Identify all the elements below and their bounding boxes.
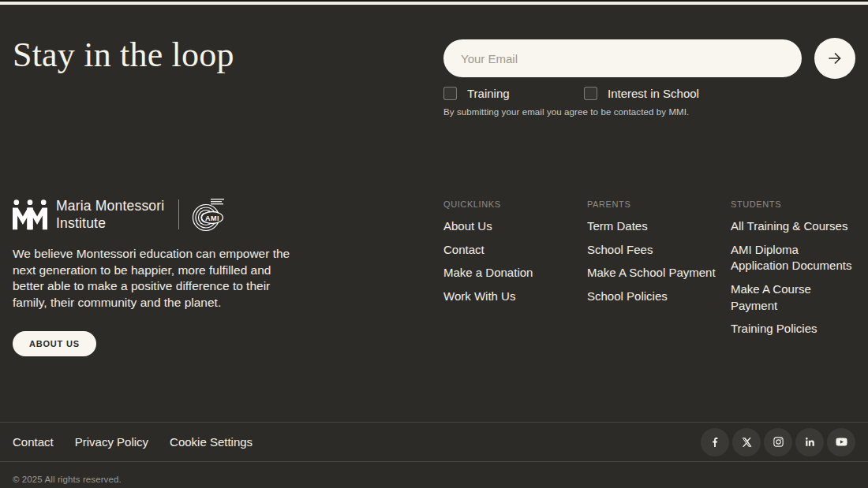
- brand-wordmark: Maria Montessori Institute: [56, 197, 164, 232]
- instagram-icon: [773, 436, 784, 448]
- bottom-link-cookie-settings[interactable]: Cookie Settings: [170, 435, 253, 449]
- brand-name-line1: Maria Montessori: [56, 197, 164, 214]
- about-us-button[interactable]: ABOUT US: [13, 331, 96, 356]
- footer-link-make-a-donation[interactable]: Make a Donation: [443, 265, 587, 281]
- newsletter-disclaimer: By submitting your email you agree to be…: [443, 107, 855, 117]
- footer-link-training-policies[interactable]: Training Policies: [731, 321, 857, 337]
- email-input[interactable]: [443, 39, 802, 77]
- bottom-link-contact[interactable]: Contact: [13, 435, 54, 449]
- social-facebook-button[interactable]: [701, 428, 729, 456]
- linkedin-icon: [804, 436, 816, 448]
- social-youtube-button[interactable]: [827, 428, 855, 456]
- checkbox-label: Interest in School: [608, 87, 699, 100]
- brand-logo-row: Maria Montessori Institute AMI: [13, 197, 443, 232]
- footer-main: Maria Montessori Institute AMI: [0, 197, 868, 356]
- footer-column-parents: PARENTS Term Dates School Fees Make A Sc…: [587, 197, 731, 345]
- newsletter-heading: Stay in the loop: [13, 38, 443, 73]
- x-twitter-icon: [741, 437, 752, 448]
- footer-bottom-bar: Contact Privacy Policy Cookie Settings: [0, 422, 868, 461]
- page-top-strip: [0, 0, 868, 5]
- footer-link-columns: QUICKLINKS About Us Contact Make a Donat…: [443, 197, 857, 345]
- logo-divider: [178, 199, 179, 229]
- ami-logo-text: AMI: [205, 214, 219, 222]
- footer-link-contact[interactable]: Contact: [443, 242, 587, 259]
- copyright-text: © 2025 All rights reserved.: [0, 461, 868, 484]
- footer-link-make-a-course-payment[interactable]: Make A Course Payment: [731, 281, 857, 314]
- footer-link-work-with-us[interactable]: Work With Us: [443, 289, 587, 305]
- brand-name-line2: Institute: [56, 214, 164, 232]
- newsletter-submit-button[interactable]: [814, 38, 855, 79]
- newsletter-section: Stay in the loop Training Interest in Sc…: [0, 38, 868, 117]
- footer-link-term-dates[interactable]: Term Dates: [587, 218, 731, 235]
- social-linkedin-button[interactable]: [795, 428, 824, 456]
- training-checkbox[interactable]: [443, 87, 457, 100]
- facebook-icon: [709, 436, 721, 449]
- footer-column-students: STUDENTS All Training & Courses AMI Dipl…: [731, 197, 857, 345]
- bottom-link-privacy-policy[interactable]: Privacy Policy: [75, 435, 148, 449]
- column-header: QUICKLINKS: [443, 199, 587, 209]
- social-x-twitter-button[interactable]: [732, 428, 761, 456]
- footer-column-quicklinks: QUICKLINKS About Us Contact Make a Donat…: [443, 197, 587, 345]
- social-instagram-button[interactable]: [764, 428, 792, 456]
- footer-link-school-fees[interactable]: School Fees: [587, 242, 731, 259]
- footer-link-ami-diploma-application-documents[interactable]: AMI Diploma Application Documents: [731, 242, 857, 274]
- footer-link-all-training-courses[interactable]: All Training & Courses: [731, 218, 857, 235]
- arrow-right-icon: [826, 50, 844, 67]
- youtube-icon: [835, 435, 848, 449]
- checkbox-group-training[interactable]: Training: [443, 87, 584, 100]
- mmi-logo-icon: [13, 199, 47, 230]
- column-header: STUDENTS: [731, 199, 857, 209]
- column-header: PARENTS: [587, 199, 731, 209]
- footer-link-about-us[interactable]: About Us: [443, 218, 587, 235]
- footer-link-make-a-school-payment[interactable]: Make A School Payment: [587, 265, 731, 281]
- social-icons: [701, 428, 855, 456]
- ami-logo-icon: AMI: [191, 197, 227, 232]
- footer-link-school-policies[interactable]: School Policies: [587, 289, 731, 305]
- brand-block: Maria Montessori Institute AMI: [13, 197, 443, 356]
- newsletter-form: Training Interest in School By submittin…: [443, 38, 855, 117]
- checkbox-label: Training: [467, 87, 510, 100]
- interest-in-school-checkbox[interactable]: [584, 87, 597, 100]
- brand-description: We believe Montessori education can empo…: [13, 246, 294, 311]
- bottom-links: Contact Privacy Policy Cookie Settings: [13, 435, 253, 449]
- checkbox-group-interest-in-school[interactable]: Interest in School: [584, 87, 699, 100]
